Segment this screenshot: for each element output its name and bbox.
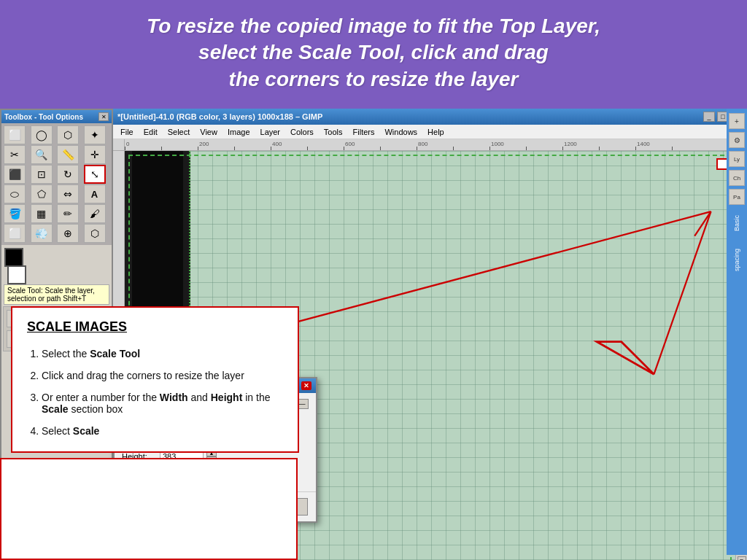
menu-image[interactable]: Image [223,127,255,137]
side-tool-layers[interactable]: Ly [729,151,745,167]
menu-filters[interactable]: Filters [349,127,379,137]
toolbox-tools-grid: ⬜ ◯ ⬡ ✦ ✂ 🔍 📏 ✛ ⬛ ⊡ ↻ ⤡ ⬭ ⬠ ⇔ A 🪣 ▦ ✏ 🖌 [1,123,112,245]
tool-airbrush[interactable]: 💨 [31,224,53,243]
tool-perspective[interactable]: ⬠ [31,184,53,203]
side-label-basic: Basic [733,215,740,231]
side-label-spacing: spacing [733,249,740,271]
menu-layer[interactable]: Layer [256,127,285,137]
gimp-menubar: File Edit Select View Image Layer Colors… [113,125,747,139]
tool-ellipse-select[interactable]: ◯ [31,125,53,144]
tool-tooltip: Scale Tool: Scale the layer, selection o… [4,284,109,305]
instruction-panel: SCALE IMAGES Select the Scale Tool Click… [11,306,299,453]
menu-view[interactable]: View [196,127,222,137]
tool-scale[interactable]: ⤡ [84,165,106,184]
instruction-box [0,458,298,560]
tool-measure[interactable]: 📏 [57,145,79,164]
instruction-title: SCALE IMAGES [27,319,283,335]
scroll-down-button[interactable]: ▼ [738,556,746,560]
gimp-minimize-button[interactable]: _ [703,112,715,122]
header-banner: To resize the copied image to fit the To… [0,0,747,109]
ruler-row [113,139,747,151]
gimp-window-title: *[Untitled]-41.0 (RGB color, 3 layers) 1… [117,112,322,121]
side-tool-2[interactable]: ⚙ [729,132,745,148]
side-tool-paths[interactable]: Pa [729,189,745,205]
tool-clone[interactable]: ⊕ [57,224,79,243]
ruler-horizontal [125,139,747,151]
tool-move[interactable]: ✛ [84,145,106,164]
tool-rect-select[interactable]: ⬜ [4,125,26,144]
tool-rotate[interactable]: ↻ [57,165,79,184]
foreground-color-swatch[interactable] [4,248,23,267]
toolbox-title: Toolbox - Tool Options [4,113,83,121]
inst-1-text: Select the Scale Tool [42,348,140,359]
inst-3-text: Or enter a number for the Width and Heig… [42,392,270,415]
menu-help[interactable]: Help [423,127,449,137]
toolbox-titlebar[interactable]: Toolbox - Tool Options ✕ [1,110,112,123]
menu-select[interactable]: Select [163,127,195,137]
instruction-item-2: Click and drag the corners to resize the… [42,370,283,381]
instruction-item-1: Select the Scale Tool [42,348,283,359]
menu-tools[interactable]: Tools [320,127,347,137]
tool-scissors[interactable]: ✂ [4,145,26,164]
scale-dialog-close-button[interactable]: ✕ [301,381,311,390]
tool-align[interactable]: ⬛ [4,165,26,184]
toolbox-close-button[interactable]: ✕ [98,112,109,121]
menu-edit[interactable]: Edit [139,127,162,137]
inst-4-text: Select Scale [42,425,99,437]
menu-file[interactable]: File [116,127,138,137]
instruction-item-4: Select Scale [42,425,283,437]
right-tools-strip: + ⚙ Ly Ch Pa Basic spacing [727,109,747,555]
side-tool-channels[interactable]: Ch [729,170,745,186]
toolbox-color-swatches [1,245,112,283]
inst-2-text: Click and drag the corners to resize the… [42,370,244,381]
tool-text[interactable]: A [84,184,106,203]
tool-crop[interactable]: ⊡ [31,165,53,184]
background-color-swatch[interactable] [7,265,26,284]
menu-colors[interactable]: Colors [286,127,318,137]
tool-shear[interactable]: ⬭ [4,184,26,203]
tool-bucket-fill[interactable]: 🪣 [4,204,26,223]
instruction-list: Select the Scale Tool Click and drag the… [27,348,283,437]
header-title: To resize the copied image to fit the To… [22,13,725,93]
menu-windows[interactable]: Windows [380,127,422,137]
tool-free-select[interactable]: ⬡ [57,125,79,144]
tool-fuzzy-select[interactable]: ✦ [84,125,106,144]
tool-eraser[interactable]: ⬜ [4,224,26,243]
tool-heal[interactable]: ⬡ [84,224,106,243]
tool-paintbrush[interactable]: 🖌 [84,204,106,223]
tool-pencil[interactable]: ✏ [57,204,79,223]
tool-blend[interactable]: ▦ [31,204,53,223]
gimp-titlebar: *[Untitled]-41.0 (RGB color, 3 layers) 1… [113,109,747,125]
side-tool-1[interactable]: + [729,113,745,129]
tool-zoom[interactable]: 🔍 [31,145,53,164]
tool-flip[interactable]: ⇔ [57,184,79,203]
ruler-corner [113,139,125,151]
instruction-item-3: Or enter a number for the Width and Heig… [42,392,283,415]
